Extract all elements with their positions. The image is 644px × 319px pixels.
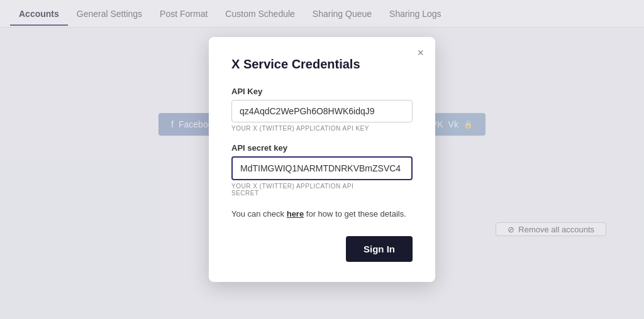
modal-overlay[interactable]: × X Service Credentials API Key YOUR X (… — [0, 0, 644, 319]
api-secret-label: API secret key — [231, 143, 413, 153]
modal-close-button[interactable]: × — [417, 47, 424, 58]
credentials-modal: × X Service Credentials API Key YOUR X (… — [209, 37, 435, 282]
api-key-hint: YOUR X (TWITTER) APPLICATION API KEY — [231, 125, 413, 132]
api-secret-input[interactable] — [231, 156, 413, 180]
sign-in-button[interactable]: Sign In — [346, 236, 413, 262]
api-key-input[interactable] — [231, 100, 413, 122]
help-link[interactable]: here — [287, 209, 304, 219]
api-secret-hint: YOUR X (TWITTER) APPLICATION API SECRET — [231, 183, 413, 197]
modal-title: X Service Credentials — [231, 57, 413, 72]
help-text: You can check here for how to get these … — [231, 208, 413, 221]
api-key-label: API Key — [231, 87, 413, 96]
